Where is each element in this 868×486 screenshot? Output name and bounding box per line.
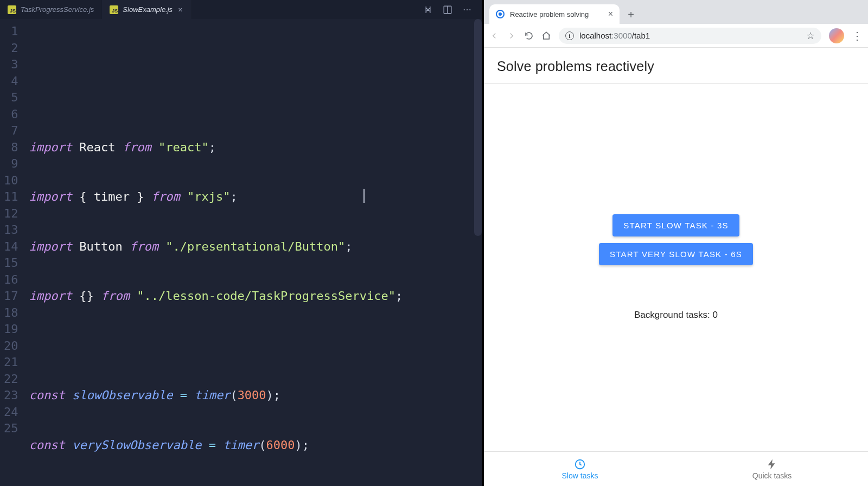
back-icon[interactable]: [489, 31, 499, 41]
page-body: START SLOW TASK - 3S START VERY SLOW TAS…: [484, 84, 868, 451]
new-tab-button[interactable]: +: [623, 7, 639, 23]
split-editor-icon[interactable]: [443, 5, 452, 15]
browser-pane: Reactive problem solving × + i localhost…: [484, 0, 868, 486]
profile-avatar[interactable]: [829, 28, 844, 43]
page-content: Solve problems reactively START SLOW TAS…: [484, 48, 868, 486]
bottom-navigation: Slow tasks Quick tasks: [484, 451, 868, 486]
selection-highlight: [209, 123, 291, 138]
js-file-icon: JS: [110, 5, 118, 14]
start-very-slow-task-button[interactable]: START VERY SLOW TASK - 6S: [599, 243, 753, 265]
tab-label: SlowExample.js: [123, 5, 173, 14]
editor-tab-strip: JS TaskProgressService.js JS SlowExample…: [0, 0, 482, 19]
code-editor-pane: JS TaskProgressService.js JS SlowExample…: [0, 0, 482, 486]
editor-tab-active[interactable]: JS SlowExample.js ×: [102, 0, 192, 19]
menu-icon[interactable]: ⋮: [852, 29, 863, 42]
bolt-icon: [766, 458, 778, 470]
nav-slow-tasks[interactable]: Slow tasks: [484, 452, 676, 486]
js-file-icon: JS: [8, 5, 16, 14]
code-content[interactable]: import React from "react"; import { time…: [29, 19, 482, 486]
more-icon[interactable]: [462, 5, 472, 15]
close-icon[interactable]: ×: [177, 5, 183, 14]
line-number-gutter: 1234567891011121314151617181920212223242…: [0, 19, 29, 486]
nav-label: Quick tasks: [752, 471, 792, 480]
page-header: Solve problems reactively: [484, 48, 868, 84]
editor-actions: [423, 5, 482, 15]
code-area[interactable]: 1234567891011121314151617181920212223242…: [0, 19, 482, 486]
address-bar[interactable]: i localhost:3000/tab1 ☆: [559, 28, 821, 44]
svg-point-3: [467, 9, 468, 10]
browser-tab[interactable]: Reactive problem solving ×: [489, 4, 620, 24]
editor-scrollbar[interactable]: [474, 19, 482, 236]
svg-point-2: [464, 9, 465, 10]
tab-title: Reactive problem solving: [510, 10, 603, 18]
text-cursor: [363, 189, 365, 203]
nav-quick-tasks[interactable]: Quick tasks: [676, 452, 868, 486]
forward-icon[interactable]: [507, 31, 516, 41]
svg-point-4: [469, 9, 470, 10]
tab-label: TaskProgressService.js: [21, 5, 94, 14]
reload-icon[interactable]: [524, 31, 534, 41]
start-slow-task-button[interactable]: START SLOW TASK - 3S: [612, 214, 739, 236]
clock-icon: [574, 458, 586, 470]
editor-tab-inactive[interactable]: JS TaskProgressService.js: [0, 0, 102, 19]
nav-label: Slow tasks: [562, 471, 598, 480]
browser-tab-strip: Reactive problem solving × +: [484, 0, 868, 24]
close-icon[interactable]: ×: [608, 9, 613, 19]
background-tasks-label: Background tasks: 0: [634, 310, 718, 321]
browser-toolbar: i localhost:3000/tab1 ☆ ⋮: [484, 24, 868, 48]
compare-icon[interactable]: [423, 5, 433, 15]
bookmark-icon[interactable]: ☆: [806, 30, 815, 42]
favicon-icon: [496, 10, 505, 18]
page-title: Solve problems reactively: [497, 59, 855, 74]
url-text: localhost:3000/tab1: [579, 31, 650, 40]
home-icon[interactable]: [541, 31, 551, 41]
site-info-icon[interactable]: i: [565, 31, 574, 40]
